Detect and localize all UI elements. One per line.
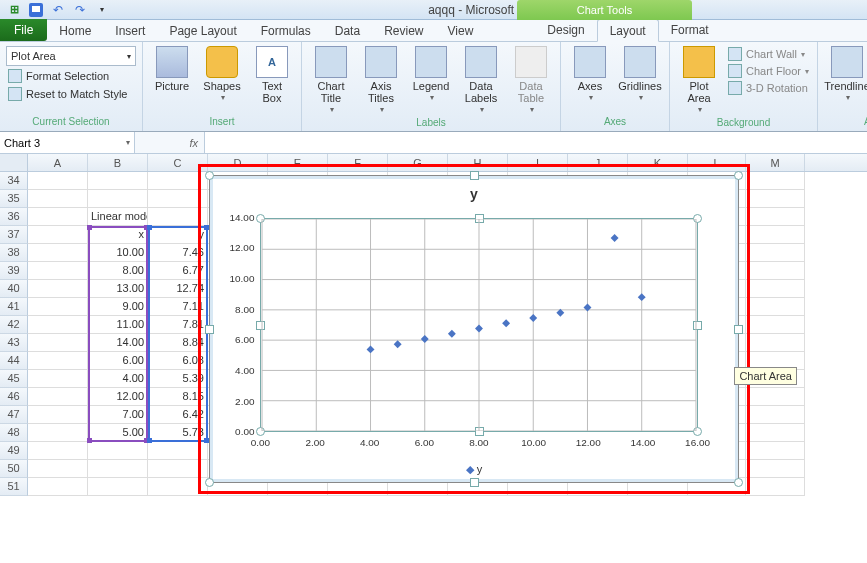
row-header-40[interactable]: 40	[0, 280, 28, 298]
cell-B48[interactable]: 5.00	[88, 424, 148, 442]
data-labels-button[interactable]: Data Labels	[458, 46, 504, 115]
cell-A34[interactable]	[28, 172, 88, 190]
formula-input[interactable]	[205, 132, 867, 153]
select-all-corner[interactable]	[0, 154, 28, 171]
cell-M39[interactable]	[746, 262, 805, 280]
cell-M46[interactable]	[746, 388, 805, 406]
cell-M43[interactable]	[746, 334, 805, 352]
cell-A37[interactable]	[28, 226, 88, 244]
row-header-48[interactable]: 48	[0, 424, 28, 442]
cell-M34[interactable]	[746, 172, 805, 190]
shapes-button[interactable]: Shapes	[199, 46, 245, 103]
tab-review[interactable]: Review	[372, 20, 435, 41]
cell-M48[interactable]	[746, 424, 805, 442]
row-header-35[interactable]: 35	[0, 190, 28, 208]
row-header-34[interactable]: 34	[0, 172, 28, 190]
cell-A46[interactable]	[28, 388, 88, 406]
row-header-38[interactable]: 38	[0, 244, 28, 262]
tab-layout[interactable]: Layout	[597, 19, 659, 42]
cell-B41[interactable]: 9.00	[88, 298, 148, 316]
cell-A39[interactable]	[28, 262, 88, 280]
textbox-button[interactable]: AText Box	[249, 46, 295, 104]
chart-object[interactable]: y 0.002.004.006.008.0010.0012.0014.000.0…	[209, 175, 739, 483]
cell-M41[interactable]	[746, 298, 805, 316]
tab-home[interactable]: Home	[47, 20, 103, 41]
tab-design[interactable]: Design	[535, 19, 596, 41]
cell-B51[interactable]	[88, 478, 148, 496]
cell-B46[interactable]: 12.00	[88, 388, 148, 406]
chart-element-selector[interactable]: Plot Area ▾	[6, 46, 136, 66]
excel-icon[interactable]: ⊞	[4, 2, 24, 18]
cell-A45[interactable]	[28, 370, 88, 388]
cell-A35[interactable]	[28, 190, 88, 208]
name-box-input[interactable]	[4, 137, 126, 149]
cell-A42[interactable]	[28, 316, 88, 334]
gridlines-button[interactable]: Gridlines	[617, 46, 663, 103]
cell-M37[interactable]	[746, 226, 805, 244]
row-header-51[interactable]: 51	[0, 478, 28, 496]
row-header-44[interactable]: 44	[0, 352, 28, 370]
cell-M47[interactable]	[746, 406, 805, 424]
redo-button[interactable]: ↷	[70, 2, 90, 18]
col-header-B[interactable]: B	[88, 154, 148, 171]
row-header-46[interactable]: 46	[0, 388, 28, 406]
tab-data[interactable]: Data	[323, 20, 372, 41]
cell-B44[interactable]: 6.00	[88, 352, 148, 370]
cell-A47[interactable]	[28, 406, 88, 424]
cell-A40[interactable]	[28, 280, 88, 298]
cell-A41[interactable]	[28, 298, 88, 316]
cell-B42[interactable]: 11.00	[88, 316, 148, 334]
cell-B43[interactable]: 14.00	[88, 334, 148, 352]
chart-title-button[interactable]: Chart Title	[308, 46, 354, 115]
cell-B50[interactable]	[88, 460, 148, 478]
cell-A38[interactable]	[28, 244, 88, 262]
cell-A36[interactable]	[28, 208, 88, 226]
row-header-49[interactable]: 49	[0, 442, 28, 460]
cell-M38[interactable]	[746, 244, 805, 262]
row-header-42[interactable]: 42	[0, 316, 28, 334]
trendline-button[interactable]: Trendline	[824, 46, 867, 103]
tab-format[interactable]: Format	[659, 19, 721, 41]
axes-button[interactable]: Axes	[567, 46, 613, 103]
tab-insert[interactable]: Insert	[103, 20, 157, 41]
cell-B45[interactable]: 4.00	[88, 370, 148, 388]
chevron-down-icon[interactable]: ▾	[126, 138, 130, 147]
row-header-41[interactable]: 41	[0, 298, 28, 316]
plot-area-button[interactable]: Plot Area	[676, 46, 722, 115]
row-header-47[interactable]: 47	[0, 406, 28, 424]
undo-button[interactable]: ↶	[48, 2, 68, 18]
tab-file[interactable]: File	[0, 19, 47, 41]
cell-B40[interactable]: 13.00	[88, 280, 148, 298]
cell-A49[interactable]	[28, 442, 88, 460]
cell-A43[interactable]	[28, 334, 88, 352]
cell-M35[interactable]	[746, 190, 805, 208]
cell-M42[interactable]	[746, 316, 805, 334]
cell-B47[interactable]: 7.00	[88, 406, 148, 424]
reset-to-match-button[interactable]: Reset to Match Style	[6, 86, 130, 102]
cell-A44[interactable]	[28, 352, 88, 370]
row-header-37[interactable]: 37	[0, 226, 28, 244]
cell-A48[interactable]	[28, 424, 88, 442]
chart-legend[interactable]: ◆ y	[210, 463, 738, 476]
cell-A50[interactable]	[28, 460, 88, 478]
cell-A51[interactable]	[28, 478, 88, 496]
save-button[interactable]	[26, 2, 46, 18]
cell-B36[interactable]: Linear model	[88, 208, 148, 226]
axis-titles-button[interactable]: Axis Titles	[358, 46, 404, 115]
tab-page-layout[interactable]: Page Layout	[157, 20, 248, 41]
picture-button[interactable]: Picture	[149, 46, 195, 92]
tab-view[interactable]: View	[436, 20, 486, 41]
row-header-36[interactable]: 36	[0, 208, 28, 226]
cell-B37[interactable]: x	[88, 226, 148, 244]
row-header-39[interactable]: 39	[0, 262, 28, 280]
col-header-A[interactable]: A	[28, 154, 88, 171]
tab-formulas[interactable]: Formulas	[249, 20, 323, 41]
qat-customize[interactable]: ▾	[92, 2, 112, 18]
cell-B35[interactable]	[88, 190, 148, 208]
cell-B39[interactable]: 8.00	[88, 262, 148, 280]
row-header-50[interactable]: 50	[0, 460, 28, 478]
fx-button[interactable]: fx	[135, 132, 205, 153]
cell-B34[interactable]	[88, 172, 148, 190]
cell-M50[interactable]	[746, 460, 805, 478]
legend-button[interactable]: Legend	[408, 46, 454, 103]
